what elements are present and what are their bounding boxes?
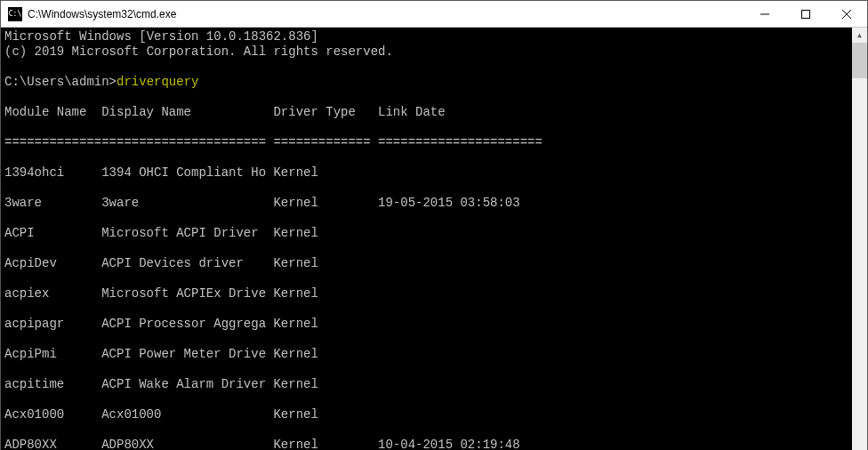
- display-name: 1394 OHCI Compliant Ho: [101, 165, 273, 181]
- driver-type: Kernel: [273, 317, 378, 332]
- module-name: acpitime: [4, 377, 101, 392]
- driver-type: Kernel: [273, 438, 378, 450]
- svg-rect-1: [802, 10, 810, 18]
- maximize-button[interactable]: [785, 1, 826, 28]
- module-name: AcpiPmi: [4, 347, 101, 362]
- display-name: Microsoft ACPIEx Drive: [101, 286, 273, 301]
- table-row: AcpiPmiACPI Power Meter DriveKernel: [4, 347, 848, 362]
- display-name: ACPI Processor Aggrega: [101, 317, 273, 332]
- module-name: Acx01000: [4, 407, 101, 422]
- display-name: Acx01000: [101, 407, 273, 422]
- prompt-command: driverquery: [117, 75, 198, 89]
- table-row: Acx01000Acx01000Kernel: [4, 407, 848, 422]
- prompt-path: C:\Users\admin>: [4, 75, 117, 89]
- module-name: acpipagr: [4, 317, 101, 332]
- driver-type: Kernel: [273, 226, 378, 241]
- link-date: 10-04-2015 02:19:48: [378, 438, 520, 450]
- module-name: acpiex: [4, 286, 101, 301]
- module-name: 1394ohci: [4, 165, 101, 181]
- table-row: AcpiDevACPI Devices driverKernel: [4, 256, 848, 271]
- vertical-scrollbar[interactable]: ▲ ▼: [852, 28, 867, 450]
- table-row: 3ware3wareKernel19-05-2015 03:58:03: [4, 196, 848, 211]
- scroll-up-button[interactable]: ▲: [852, 28, 867, 43]
- display-name: ACPI Wake Alarm Driver: [101, 377, 273, 392]
- driver-type: Kernel: [273, 286, 378, 301]
- minimize-button[interactable]: [744, 1, 785, 28]
- cmd-icon: C:\: [8, 7, 22, 21]
- titlebar[interactable]: C:\ C:\Windows\system32\cmd.exe: [1, 1, 867, 28]
- link-date: 19-05-2015 03:58:03: [378, 196, 520, 211]
- copyright-line: (c) 2019 Microsoft Corporation. All righ…: [4, 44, 393, 59]
- display-name: ADP80XX: [101, 438, 273, 450]
- module-name: ACPI: [4, 226, 101, 241]
- display-name: ACPI Power Meter Drive: [101, 347, 273, 362]
- driver-type: Kernel: [273, 256, 378, 271]
- driver-type: Kernel: [273, 165, 378, 181]
- table-row: acpiexMicrosoft ACPIEx DriveKernel: [4, 286, 848, 301]
- table-row: 1394ohci1394 OHCI Compliant HoKernel: [4, 165, 848, 181]
- table-row: ADP80XXADP80XXKernel10-04-2015 02:19:48: [4, 438, 848, 450]
- terminal-output[interactable]: Microsoft Windows [Version 10.0.18362.83…: [1, 28, 852, 450]
- display-name: 3ware: [101, 196, 273, 211]
- table-row: ACPIMicrosoft ACPI DriverKernel: [4, 226, 848, 241]
- table-separator: ========================================…: [4, 135, 848, 150]
- scroll-thumb[interactable]: [852, 43, 867, 78]
- module-name: ADP80XX: [4, 438, 101, 450]
- close-button[interactable]: [826, 1, 867, 28]
- version-line: Microsoft Windows [Version 10.0.18362.83…: [4, 29, 318, 44]
- module-name: 3ware: [4, 196, 101, 211]
- cmd-window: C:\ C:\Windows\system32\cmd.exe Microsof…: [0, 0, 868, 450]
- driver-type: Kernel: [273, 377, 378, 392]
- display-name: Microsoft ACPI Driver: [101, 226, 273, 241]
- driver-type: Kernel: [273, 196, 378, 211]
- display-name: ACPI Devices driver: [101, 256, 273, 271]
- table-header: Module NameDisplay NameDriver TypeLink D…: [4, 105, 848, 120]
- driver-type: Kernel: [273, 347, 378, 362]
- window-title: C:\Windows\system32\cmd.exe: [28, 8, 176, 20]
- module-name: AcpiDev: [4, 256, 101, 271]
- table-row: acpipagrACPI Processor AggregaKernel: [4, 317, 848, 332]
- driver-type: Kernel: [273, 407, 378, 422]
- table-row: acpitimeACPI Wake Alarm DriverKernel: [4, 377, 848, 392]
- chevron-up-icon: ▲: [857, 31, 862, 39]
